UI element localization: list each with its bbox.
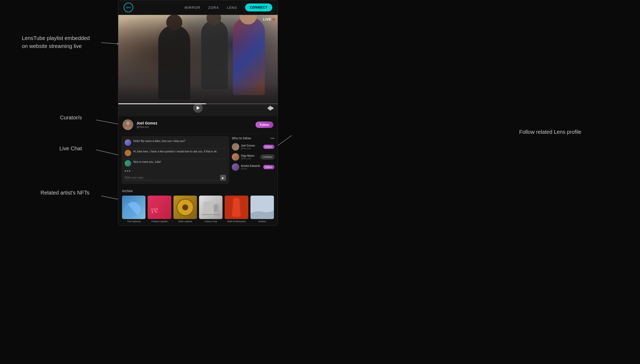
svg-point-12 (126, 122, 130, 125)
archive-label-3: Sofie Lattime (178, 220, 192, 223)
svg-rect-6 (269, 107, 270, 110)
archive-thumb-3 (173, 196, 197, 219)
annotation-curator: Curator/s (60, 114, 82, 121)
curator-avatar (123, 119, 133, 130)
audio-waveform-icon[interactable] (268, 106, 274, 112)
annotation-follow-lens: Follow related Lens profile (519, 128, 581, 135)
svg-rect-7 (270, 106, 271, 111)
follow-info-2: Olga Myers @NuLoor (241, 154, 259, 160)
svg-rect-18 (204, 201, 214, 216)
chat-avatar-julia (125, 150, 131, 156)
curator-name: Joel Gomez (136, 121, 252, 125)
chat-avatar-user3 (125, 160, 131, 167)
chat-message-1: Hello! My name is Alex, how can I help y… (125, 139, 226, 146)
svg-rect-19 (214, 204, 218, 212)
progress-fill (118, 103, 206, 104)
archive-item-4[interactable]: Cherry Tree (199, 196, 222, 223)
chat-message-2: Hi Julia here, I have a few question I w… (125, 150, 226, 156)
curator-follow-button[interactable]: Follow (256, 122, 273, 128)
archive-thumb-2: re (148, 196, 171, 219)
follow-panel-title: Who to follow (232, 136, 251, 140)
archive-thumb-4 (199, 196, 222, 219)
chat-text-2: Hi Julia here, I have a few question I w… (133, 150, 217, 153)
typing-dot-2 (127, 170, 128, 172)
live-dot (272, 18, 275, 21)
nav-links: MIRROR ZORA LENS (185, 6, 237, 10)
who-to-follow-panel: Who to follow ••• Joel Gomez @NuLoor Fol… (232, 136, 274, 184)
archive-item-2[interactable]: re Podval Capella (148, 196, 171, 223)
archive-grid: The National re Podval Capella Sofie (122, 196, 274, 223)
svg-point-17 (182, 204, 188, 210)
chat-text-3: Nice to meet you, Julia! (133, 160, 161, 164)
archive-label-5: Wall of Memories (227, 220, 246, 223)
curator-section: Joel Gomez @NuLoor Follow (118, 116, 278, 134)
svg-line-0 (101, 43, 120, 44)
archive-label-4: Cherry Tree (204, 220, 217, 223)
follow-item-joel: Joel Gomez @NuLoor Follow (232, 143, 274, 151)
annotation-arrows (0, 0, 640, 364)
chat-input[interactable] (125, 175, 218, 180)
archive-label-6: Norken (258, 220, 266, 223)
logo: UFO (124, 3, 133, 12)
chat-divider-2 (125, 159, 226, 159)
curator-info: Joel Gomez @NuLoor (136, 121, 252, 128)
follow-handle-3: @NuL (241, 167, 262, 170)
svg-rect-5 (268, 107, 269, 109)
curator-handle: @NuLoor (136, 125, 252, 128)
typing-dot-3 (129, 170, 130, 172)
live-badge: LIVE (263, 18, 275, 21)
follow-more-button[interactable]: ••• (270, 136, 274, 140)
nav-zora[interactable]: ZORA (208, 6, 219, 10)
archive-item-3[interactable]: Sofie Lattime (173, 196, 197, 223)
bottom-panels: Hello! My name is Alex, how can I help y… (118, 134, 278, 187)
chat-text-1: Hello! My name is Alex, how can I help y… (133, 139, 185, 143)
archive-item-5[interactable]: Wall of Memories (225, 196, 248, 223)
follow-name-1: Joel Gomez (241, 144, 262, 147)
logo-area: UFO (124, 3, 133, 12)
follow-handle-1: @NuLoor (241, 147, 262, 150)
archive-thumb-5 (225, 196, 248, 219)
svg-text:re: re (150, 204, 159, 215)
svg-rect-9 (272, 107, 273, 109)
unfollow-button-2[interactable]: Unfollow (260, 155, 274, 159)
play-icon (197, 106, 200, 110)
connect-button[interactable]: CONNECT (245, 3, 272, 11)
nav-bar: UFO MIRROR ZORA LENS CONNECT (118, 0, 278, 15)
archive-title: Archive (122, 189, 274, 193)
chat-avatar-alex (125, 139, 131, 146)
follow-info-3: Amelia Edwards @NuL (241, 164, 262, 170)
follow-header: Who to follow ••• (232, 136, 274, 140)
svg-rect-10 (273, 108, 274, 109)
archive-thumb-1 (122, 196, 145, 219)
nav-lens[interactable]: LENS (227, 6, 237, 10)
follow-avatar-1 (232, 143, 239, 151)
annotation-live-chat: Live Chat (59, 145, 82, 152)
archive-item-1[interactable]: The National (122, 196, 145, 223)
archive-thumb-6 (250, 196, 274, 219)
app-window: UFO MIRROR ZORA LENS CONNECT LIVE (118, 0, 278, 226)
svg-rect-8 (271, 107, 272, 110)
follow-name-3: Amelia Edwards (241, 164, 262, 167)
follow-avatar-3 (232, 163, 239, 171)
chat-divider-1 (125, 148, 226, 149)
chat-send-button[interactable]: ▶ (220, 175, 226, 181)
follow-info-1: Joel Gomez @NuLoor (241, 144, 262, 150)
follow-button-3[interactable]: Follow (263, 165, 274, 169)
follow-button-1[interactable]: Follow (263, 145, 274, 149)
annotation-lensTube: LensTube playlist embedded on website st… (22, 34, 90, 50)
live-label: LIVE (263, 18, 271, 21)
person-silhouette-2 (201, 20, 228, 89)
nav-mirror[interactable]: MIRROR (185, 6, 200, 10)
play-button[interactable] (193, 103, 203, 113)
follow-avatar-2 (232, 153, 239, 161)
follow-item-amelia: Amelia Edwards @NuL Follow (232, 163, 274, 171)
archive-item-6[interactable]: Norken (250, 196, 274, 223)
follow-item-olga: Olga Myers @NuLoor Unfollow (232, 153, 274, 161)
annotation-nfts: Related artist's NFTs (40, 189, 90, 196)
follow-name-2: Olga Myers (241, 154, 259, 157)
archive-label-2: Podval Capella (151, 220, 168, 223)
archive-label-1: The National (127, 220, 141, 223)
archive-section: Archive The National re Podval Capella (118, 187, 278, 225)
typing-indicator (125, 169, 226, 173)
video-player: LIVE (118, 15, 278, 116)
